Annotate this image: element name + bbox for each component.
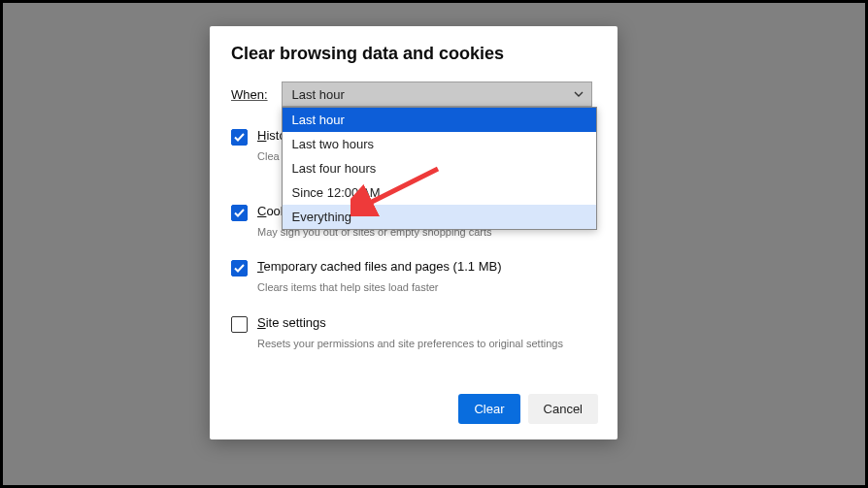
checkbox-site-settings-row: Site settings Resets your permissions an…	[210, 298, 618, 354]
option-last-four-hours[interactable]: Last four hours	[283, 156, 596, 180]
select-display[interactable]: Last hour	[282, 81, 592, 107]
checkbox-cache-label: Temporary cached files and pages (1.1 MB…	[257, 259, 596, 277]
when-label: When:	[231, 87, 268, 102]
clear-button[interactable]: Clear	[458, 394, 519, 424]
clear-data-dialog: Clear browsing data and cookies When: La…	[210, 26, 618, 439]
option-last-hour[interactable]: Last hour	[283, 108, 596, 132]
dialog-footer: Clear Cancel	[458, 394, 598, 424]
option-since-midnight[interactable]: Since 12:00 AM	[283, 180, 596, 205]
time-range-dropdown: Last hour Last two hours Last four hours…	[282, 107, 597, 230]
checkbox-site-settings-label: Site settings	[257, 315, 596, 334]
checkbox-site-settings[interactable]	[231, 316, 248, 333]
backdrop: Clear browsing data and cookies When: La…	[3, 3, 865, 485]
checkbox-cache[interactable]	[231, 260, 248, 277]
option-everything[interactable]: Everything	[283, 205, 596, 229]
checkbox-history[interactable]	[231, 129, 248, 146]
checkbox-cache-row: Temporary cached files and pages (1.1 MB…	[210, 242, 618, 298]
checkbox-site-settings-desc: Resets your permissions and site prefere…	[257, 334, 596, 352]
option-last-two-hours[interactable]: Last two hours	[283, 132, 596, 156]
when-row: When: Last hour Last hour Last two hours…	[210, 76, 618, 111]
chevron-down-icon	[574, 89, 584, 99]
dialog-title: Clear browsing data and cookies	[210, 26, 618, 76]
time-range-select[interactable]: Last hour Last hour Last two hours Last …	[282, 81, 596, 107]
checkbox-cookies[interactable]	[231, 205, 248, 221]
checkbox-cache-desc: Clears items that help sites load faster	[257, 277, 596, 296]
select-value: Last hour	[292, 87, 345, 102]
cancel-button[interactable]: Cancel	[528, 394, 598, 424]
